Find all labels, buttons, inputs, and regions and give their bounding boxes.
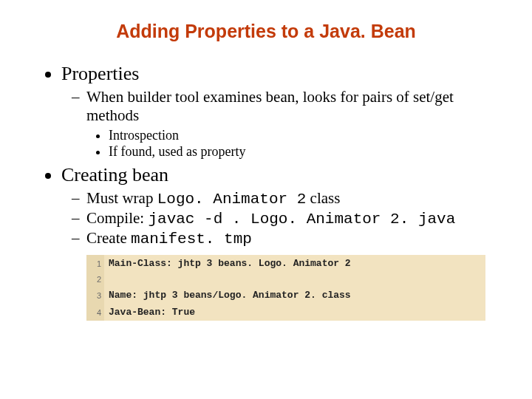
code-text: Main-Class: jhtp 3 beans. Logo. Animator…	[104, 255, 485, 272]
code-inline: javac -d . Logo. Animator 2. java	[148, 211, 455, 228]
bullet-if-found: If found, used as property	[109, 144, 491, 160]
code-text: Java-Bean: True	[104, 304, 485, 321]
line-number: 4	[86, 304, 104, 321]
line-number: 3	[86, 287, 104, 304]
bullet-text: Properties	[61, 63, 139, 84]
line-number: 1	[86, 255, 104, 272]
bullet-compile: Compile: javac -d . Logo. Animator 2. ja…	[86, 209, 491, 228]
bullet-properties: Properties When builder tool examines be…	[61, 63, 491, 160]
bullet-properties-inspect: When builder tool examines bean, looks f…	[86, 88, 491, 160]
code-line: 2	[86, 272, 485, 287]
code-inline: Logo. Animator 2	[157, 191, 307, 208]
bullet-text: Creating bean	[61, 164, 168, 185]
bullet-text: Must wrap	[86, 189, 157, 207]
bullet-manifest: Create manifest. tmp	[86, 229, 491, 248]
line-number: 2	[86, 272, 104, 287]
bullet-text: Compile:	[86, 209, 148, 227]
code-line: 4 Java-Bean: True	[86, 304, 485, 321]
code-block: 1 Main-Class: jhtp 3 beans. Logo. Animat…	[86, 255, 485, 321]
bullet-introspection: Introspection	[109, 128, 491, 143]
slide-title: Adding Properties to a Java. Bean	[41, 21, 491, 42]
bullet-text: class	[306, 189, 340, 207]
bullet-wrap-class: Must wrap Logo. Animator 2 class	[86, 189, 491, 208]
bullet-text: Create	[86, 229, 131, 247]
code-inline: manifest. tmp	[131, 231, 252, 248]
code-line: 3 Name: jhtp 3 beans/Logo. Animator 2. c…	[86, 287, 485, 304]
code-line: 1 Main-Class: jhtp 3 beans. Logo. Animat…	[86, 255, 485, 272]
bullet-creating-bean: Creating bean Must wrap Logo. Animator 2…	[61, 164, 491, 248]
code-text: Name: jhtp 3 beans/Logo. Animator 2. cla…	[104, 287, 485, 304]
code-text	[104, 272, 485, 287]
bullet-list: Properties When builder tool examines be…	[41, 63, 491, 248]
bullet-text: When builder tool examines bean, looks f…	[86, 88, 454, 124]
